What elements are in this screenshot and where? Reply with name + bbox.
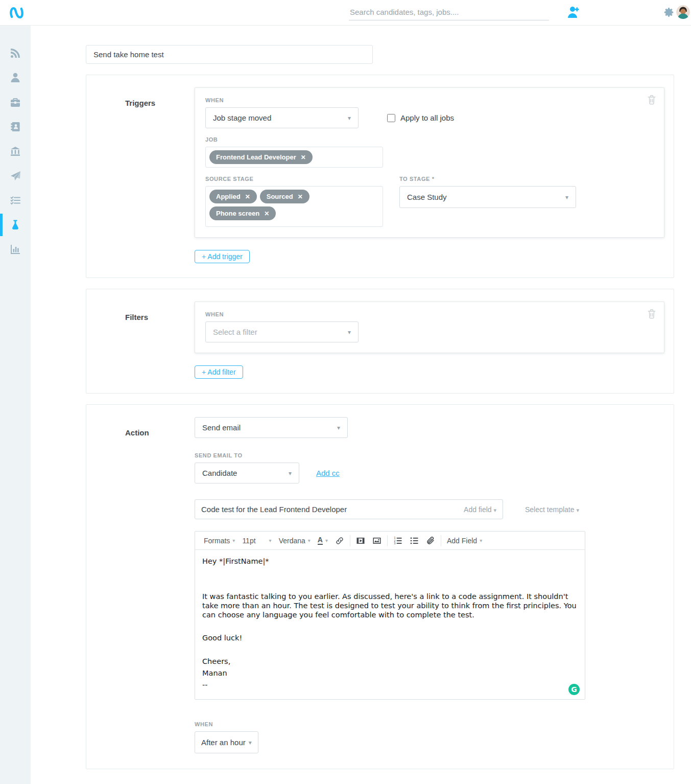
source-stage-tag: Phone screen ✕ bbox=[209, 206, 276, 220]
body-add-field-dropdown[interactable]: Add Field▾ bbox=[443, 535, 486, 547]
briefcase-icon bbox=[10, 97, 21, 108]
add-trigger-button[interactable]: + Add trigger bbox=[195, 250, 250, 263]
remove-tag-icon[interactable]: ✕ bbox=[298, 193, 303, 200]
apply-all-jobs-label[interactable]: Apply to all jobs bbox=[400, 113, 454, 122]
chevron-down-icon: ▾ bbox=[289, 470, 292, 477]
add-candidate-icon[interactable] bbox=[567, 6, 581, 19]
source-stage-tag-label: Applied bbox=[216, 193, 241, 200]
filters-panel: Filters WHEN Select a filter ▾ + Add fil… bbox=[86, 289, 674, 394]
sidebar-item-reports[interactable] bbox=[0, 237, 31, 262]
chevron-down-icon: ▾ bbox=[337, 424, 340, 431]
chevron-down-icon: ▾ bbox=[348, 329, 351, 336]
triggers-panel: Triggers WHEN Job stage moved ▾ bbox=[86, 75, 674, 278]
send-email-to-label: SEND EMAIL TO bbox=[195, 452, 691, 458]
to-stage-value: Case Study bbox=[407, 193, 447, 201]
ordered-list-button[interactable]: 1 2 3 bbox=[390, 535, 406, 547]
top-bar bbox=[0, 0, 691, 26]
sidebar-item-contacts[interactable] bbox=[0, 114, 31, 139]
trigger-card: WHEN Job stage moved ▾ Apply to all jobs… bbox=[195, 87, 664, 238]
search-input[interactable] bbox=[349, 5, 549, 20]
bank-icon bbox=[10, 146, 21, 157]
checklist-icon bbox=[10, 195, 21, 206]
source-stage-tag-label: Phone screen bbox=[216, 210, 259, 217]
insert-video-button[interactable] bbox=[352, 535, 369, 547]
sidebar-item-campaigns[interactable] bbox=[0, 164, 31, 188]
email-body-line: It was fantastic talking to you earlier.… bbox=[202, 592, 578, 619]
source-stage-tag-label: Sourced bbox=[267, 193, 293, 200]
rss-icon bbox=[10, 48, 21, 59]
email-body-line bbox=[202, 568, 578, 578]
email-body-line: Cheers, bbox=[202, 657, 578, 666]
settings-gear-icon[interactable] bbox=[663, 7, 675, 18]
source-stage-tag: Sourced ✕ bbox=[260, 190, 309, 203]
email-body-line: -- bbox=[202, 680, 578, 690]
email-body-line bbox=[202, 580, 578, 590]
to-stage-select[interactable]: Case Study ▾ bbox=[399, 186, 576, 208]
attach-file-button[interactable] bbox=[422, 535, 439, 547]
app-logo-icon[interactable] bbox=[8, 5, 25, 21]
email-body-line bbox=[202, 621, 578, 631]
video-icon bbox=[356, 536, 365, 545]
user-avatar[interactable] bbox=[676, 5, 690, 19]
email-body[interactable]: Hey *|FirstName|* It was fantastic talki… bbox=[195, 550, 585, 699]
source-stage-label: SOURCE STAGE bbox=[205, 176, 383, 182]
sidebar-item-company[interactable] bbox=[0, 139, 31, 164]
sidebar-item-jobs[interactable] bbox=[0, 90, 31, 114]
font-size-dropdown[interactable]: 11pt▾ bbox=[239, 535, 275, 547]
insert-link-button[interactable] bbox=[331, 535, 348, 547]
sidebar-item-recipes[interactable] bbox=[0, 213, 31, 237]
svg-text:3: 3 bbox=[394, 541, 395, 544]
bullet-list-icon bbox=[410, 536, 419, 545]
trigger-type-select[interactable]: Job stage moved ▾ bbox=[205, 107, 359, 128]
person-icon bbox=[10, 72, 21, 83]
source-stage-tag-box[interactable]: Applied ✕ Sourced ✕ Phone screen ✕ bbox=[205, 186, 383, 227]
action-panel: Action Send email ▾ SEND EMAIL TO Candid… bbox=[86, 404, 674, 769]
subject-input[interactable] bbox=[201, 505, 464, 514]
sidebar-item-tasks[interactable] bbox=[0, 188, 31, 213]
action-type-select[interactable]: Send email ▾ bbox=[195, 417, 348, 438]
recipe-title-input[interactable] bbox=[86, 45, 373, 64]
filter-select[interactable]: Select a filter ▾ bbox=[205, 321, 359, 342]
remove-tag-icon[interactable]: ✕ bbox=[301, 154, 306, 161]
font-family-dropdown[interactable]: Verdana▾ bbox=[275, 535, 314, 547]
apply-all-jobs-checkbox[interactable] bbox=[387, 114, 395, 122]
main-content: Triggers WHEN Job stage moved ▾ bbox=[31, 26, 691, 784]
select-template-dropdown[interactable]: Select template ▾ bbox=[525, 505, 579, 514]
delete-filter-button[interactable] bbox=[647, 308, 657, 319]
chevron-down-icon: ▾ bbox=[348, 114, 351, 122]
sidebar-item-candidates[interactable] bbox=[0, 65, 31, 90]
sidebar-item-feed[interactable] bbox=[0, 41, 31, 65]
bullet-list-button[interactable] bbox=[406, 535, 422, 547]
schedule-select[interactable]: After an hour ▾ bbox=[195, 731, 258, 753]
delete-trigger-button[interactable] bbox=[647, 94, 657, 105]
send-email-to-select[interactable]: Candidate ▾ bbox=[195, 463, 299, 483]
job-label: JOB bbox=[205, 136, 654, 143]
action-type-value: Send email bbox=[202, 423, 241, 432]
add-filter-button[interactable]: + Add filter bbox=[195, 365, 243, 379]
chevron-down-icon: ▾ bbox=[493, 507, 496, 513]
job-tag-label: Frontend Lead Developer bbox=[216, 153, 296, 161]
ordered-list-icon: 1 2 3 bbox=[393, 536, 402, 545]
insert-image-button[interactable] bbox=[369, 535, 385, 547]
job-tag-box[interactable]: Frontend Lead Developer ✕ bbox=[205, 147, 383, 168]
remove-tag-icon[interactable]: ✕ bbox=[264, 210, 269, 217]
subject-add-field-dropdown[interactable]: Add field ▾ bbox=[464, 505, 496, 514]
formats-dropdown[interactable]: Formats▾ bbox=[200, 535, 239, 547]
image-icon bbox=[372, 536, 382, 545]
filters-section-label: Filters bbox=[125, 313, 195, 321]
chevron-down-icon: ▾ bbox=[565, 194, 568, 201]
trash-icon bbox=[647, 308, 657, 319]
remove-tag-icon[interactable]: ✕ bbox=[245, 193, 250, 200]
email-body-line: Good luck! bbox=[202, 633, 578, 643]
grammarly-icon[interactable]: G bbox=[568, 684, 580, 695]
email-body-line bbox=[202, 645, 578, 655]
filter-card: WHEN Select a filter ▾ bbox=[195, 302, 664, 353]
schedule-value: After an hour bbox=[201, 738, 246, 747]
font-color-dropdown[interactable]: A▾ bbox=[314, 535, 331, 547]
trash-icon bbox=[647, 94, 657, 105]
sidebar-nav bbox=[0, 26, 31, 784]
add-cc-link[interactable]: Add cc bbox=[316, 469, 340, 477]
subject-field: Add field ▾ bbox=[195, 499, 503, 519]
paper-plane-icon bbox=[10, 170, 21, 181]
action-section-label: Action bbox=[125, 428, 195, 437]
